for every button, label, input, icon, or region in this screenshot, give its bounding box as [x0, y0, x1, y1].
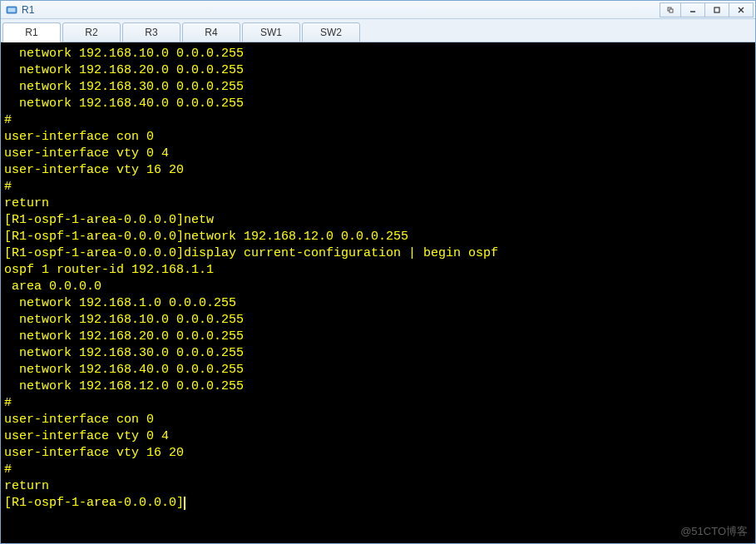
svg-rect-5 — [714, 7, 719, 12]
minimize-button[interactable] — [680, 2, 705, 17]
svg-rect-3 — [670, 9, 673, 12]
tab-label: SW1 — [260, 27, 282, 38]
svg-line-7 — [739, 7, 744, 12]
svg-rect-1 — [8, 7, 16, 12]
app-icon — [6, 4, 17, 16]
tab-r4[interactable]: R4 — [182, 22, 240, 42]
tab-label: R4 — [205, 27, 217, 38]
tab-label: R1 — [25, 27, 37, 38]
terminal-cursor — [184, 497, 185, 510]
titlebar-left: R1 — [6, 4, 34, 16]
tab-label: SW2 — [320, 27, 342, 38]
tab-r2[interactable]: R2 — [62, 22, 121, 42]
window-title: R1 — [22, 4, 34, 16]
tab-r3[interactable]: R3 — [122, 22, 180, 42]
tab-sw1[interactable]: SW1 — [242, 22, 300, 42]
terminal-prompt: [R1-ospf-1-area-0.0.0.0] — [4, 496, 184, 510]
terminal[interactable]: network 192.168.10.0 0.0.0.255 network 1… — [1, 42, 755, 543]
svg-rect-2 — [668, 7, 671, 11]
window-controls — [660, 2, 754, 17]
close-button[interactable] — [729, 2, 754, 17]
tab-sw2[interactable]: SW2 — [302, 22, 360, 42]
tab-r1[interactable]: R1 — [2, 22, 61, 42]
tab-label: R3 — [145, 27, 157, 38]
tab-label: R2 — [85, 27, 97, 38]
svg-line-6 — [739, 7, 744, 12]
watermark: @51CTO博客 — [680, 524, 748, 539]
maximize-button[interactable] — [704, 2, 729, 17]
titlebar: R1 — [1, 1, 755, 19]
tabbar: R1 R2 R3 R4 SW1 SW2 — [1, 19, 755, 42]
popout-button[interactable] — [660, 2, 681, 17]
